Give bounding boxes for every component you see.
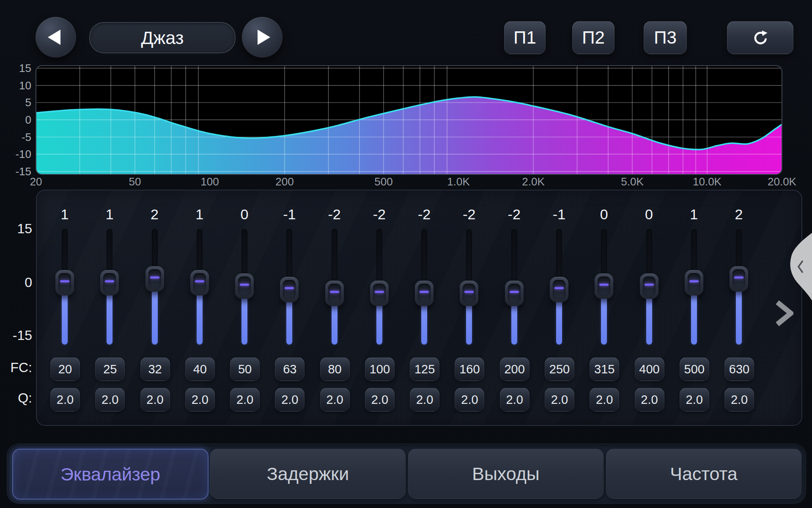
band-fc-chip[interactable]: 160 bbox=[455, 357, 484, 381]
band-gain-value: 2 bbox=[132, 206, 177, 223]
knob-plate bbox=[463, 284, 475, 303]
eq-band: 2 630 2.0 bbox=[716, 0, 761, 444]
band-fc-chip[interactable]: 125 bbox=[410, 357, 439, 381]
band-slider-knob[interactable] bbox=[55, 270, 74, 295]
band-gain-value: 0 bbox=[222, 206, 267, 223]
knob-dash-icon bbox=[60, 280, 69, 282]
knob-dash-icon bbox=[240, 284, 249, 286]
band-slider-knob[interactable] bbox=[280, 277, 299, 302]
band-slider-fill bbox=[376, 303, 382, 345]
band-fc-chip[interactable]: 315 bbox=[590, 357, 619, 381]
band-slider-knob[interactable] bbox=[190, 270, 209, 295]
band-gain-value: -2 bbox=[312, 206, 357, 223]
band-slider-knob[interactable] bbox=[505, 281, 524, 306]
knob-plate bbox=[418, 284, 431, 303]
knob-dash-icon bbox=[105, 280, 114, 282]
band-gain-value: -1 bbox=[537, 206, 582, 223]
band-q-chip[interactable]: 2.0 bbox=[680, 388, 709, 411]
next-bands-arrow[interactable] bbox=[775, 301, 793, 326]
band-q-chip[interactable]: 2.0 bbox=[590, 388, 619, 411]
knob-plate bbox=[193, 273, 206, 292]
band-q-chip[interactable]: 2.0 bbox=[635, 388, 664, 411]
band-slider-knob[interactable] bbox=[370, 281, 389, 306]
band-slider-fill bbox=[197, 292, 203, 345]
band-q-chip[interactable]: 2.0 bbox=[455, 388, 484, 411]
band-slider-fill bbox=[601, 295, 607, 345]
tab-outputs[interactable]: Выходы bbox=[408, 449, 604, 499]
band-fc-chip[interactable]: 250 bbox=[545, 357, 574, 381]
band-q-chip[interactable]: 2.0 bbox=[500, 388, 529, 411]
knob-plate bbox=[238, 276, 251, 295]
band-slider-knob[interactable] bbox=[235, 273, 254, 299]
eq-band: 0 400 2.0 bbox=[627, 0, 672, 444]
knob-plate bbox=[328, 284, 341, 303]
band-gain-value: -1 bbox=[267, 206, 312, 223]
band-slider-knob[interactable] bbox=[730, 266, 748, 292]
band-fc-chip[interactable]: 400 bbox=[635, 357, 664, 381]
knob-plate bbox=[732, 269, 745, 288]
eq-band: -2 200 2.0 bbox=[492, 0, 537, 444]
band-gain-value: -2 bbox=[447, 206, 491, 223]
knob-dash-icon bbox=[510, 291, 519, 293]
band-q-chip[interactable]: 2.0 bbox=[320, 388, 350, 411]
slider-scale-zero: 0 bbox=[0, 275, 32, 290]
band-gain-value: 0 bbox=[582, 206, 626, 223]
band-q-chip[interactable]: 2.0 bbox=[365, 388, 395, 411]
band-slider-knob[interactable] bbox=[550, 277, 568, 302]
slider-scale-max: 15 bbox=[0, 221, 32, 236]
band-fc-chip[interactable]: 20 bbox=[50, 357, 80, 381]
band-slider-fill bbox=[332, 303, 337, 345]
band-slider-fill bbox=[62, 292, 68, 345]
tab-delays[interactable]: Задержки bbox=[210, 449, 406, 499]
band-fc-chip[interactable]: 500 bbox=[680, 357, 709, 381]
band-q-chip[interactable]: 2.0 bbox=[724, 388, 754, 411]
band-q-chip[interactable]: 2.0 bbox=[230, 388, 260, 411]
band-fc-chip[interactable]: 25 bbox=[95, 357, 125, 381]
band-fc-chip[interactable]: 630 bbox=[724, 357, 754, 381]
slider-scale-min: -15 bbox=[0, 328, 32, 343]
band-q-chip[interactable]: 2.0 bbox=[545, 388, 574, 411]
equalizer-screen: Джаз П1 П2 П3 151050-5-10-15205010020050… bbox=[0, 0, 812, 508]
knob-plate bbox=[58, 273, 71, 292]
band-gain-value: -2 bbox=[402, 206, 447, 223]
band-q-chip[interactable]: 2.0 bbox=[275, 388, 304, 411]
band-slider-fill bbox=[511, 303, 517, 345]
band-slider-knob[interactable] bbox=[685, 270, 703, 295]
band-fc-chip[interactable]: 63 bbox=[275, 357, 304, 381]
eq-bands: 1 20 2.0 1 25 2.0 2 32 2.0 bbox=[0, 0, 812, 508]
band-fc-chip[interactable]: 100 bbox=[365, 357, 395, 381]
band-slider-knob[interactable] bbox=[415, 281, 433, 306]
knob-plate bbox=[283, 280, 296, 299]
band-q-chip[interactable]: 2.0 bbox=[410, 388, 439, 411]
band-fc-chip[interactable]: 80 bbox=[320, 357, 350, 381]
band-fc-chip[interactable]: 40 bbox=[185, 357, 215, 381]
band-slider-knob[interactable] bbox=[325, 281, 344, 306]
eq-band: -2 100 2.0 bbox=[357, 0, 402, 444]
band-gain-value: 1 bbox=[42, 206, 87, 223]
band-fc-chip[interactable]: 32 bbox=[140, 357, 170, 381]
band-slider-knob[interactable] bbox=[640, 273, 658, 299]
band-slider-knob[interactable] bbox=[100, 270, 119, 295]
band-slider-knob[interactable] bbox=[595, 273, 613, 299]
band-q-chip[interactable]: 2.0 bbox=[185, 388, 215, 411]
band-q-chip[interactable]: 2.0 bbox=[50, 388, 80, 411]
band-slider-knob[interactable] bbox=[145, 266, 164, 292]
band-q-chip[interactable]: 2.0 bbox=[140, 388, 170, 411]
knob-dash-icon bbox=[150, 276, 159, 279]
band-fc-chip[interactable]: 200 bbox=[500, 357, 529, 381]
eq-band: 1 40 2.0 bbox=[177, 0, 222, 444]
eq-band: -2 80 2.0 bbox=[312, 0, 357, 444]
side-panel-handle[interactable] bbox=[787, 232, 812, 301]
eq-band: 0 315 2.0 bbox=[582, 0, 626, 444]
band-gain-value: 1 bbox=[672, 206, 716, 223]
band-slider-knob[interactable] bbox=[460, 281, 478, 306]
band-gain-value: -2 bbox=[492, 206, 537, 223]
eq-band: -2 125 2.0 bbox=[402, 0, 447, 444]
tab-equalizer[interactable]: Эквалайзер bbox=[12, 449, 208, 500]
band-q-chip[interactable]: 2.0 bbox=[95, 388, 125, 411]
band-gain-value: -2 bbox=[357, 206, 402, 223]
knob-plate bbox=[688, 273, 700, 292]
band-fc-chip[interactable]: 50 bbox=[230, 357, 260, 381]
tab-frequency[interactable]: Частота bbox=[606, 449, 801, 499]
eq-band: 1 25 2.0 bbox=[87, 0, 132, 444]
